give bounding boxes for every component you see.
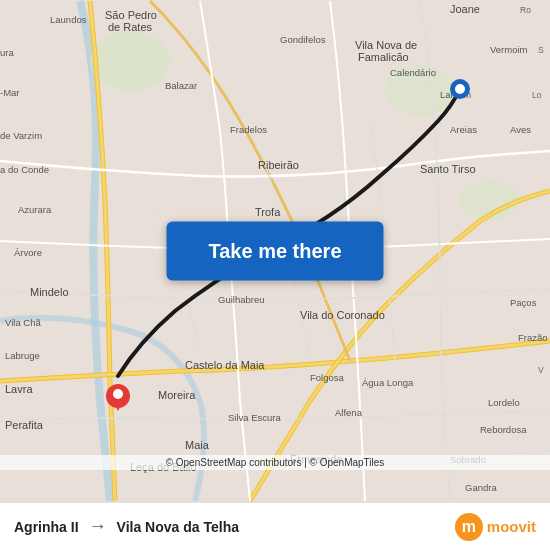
place-label: Rebordosa — [480, 424, 527, 435]
place-label: -Mar — [0, 87, 20, 98]
moovit-logo: m moovit — [455, 513, 536, 541]
place-label: a do Conde — [0, 164, 49, 175]
map-container: Laundos São Pedro de Rates Joane Ro ura … — [0, 0, 550, 502]
take-me-there-button[interactable]: Take me there — [166, 222, 383, 281]
svg-point-1 — [90, 31, 170, 91]
place-label: Vermoim — [490, 44, 528, 55]
place-label: Ribeirão — [258, 159, 299, 171]
place-label: Mindelo — [30, 286, 69, 298]
place-label: Azurara — [18, 204, 52, 215]
app-container: Laundos São Pedro de Rates Joane Ro ura … — [0, 0, 550, 550]
place-label: V — [538, 365, 544, 375]
place-label: Calendário — [390, 67, 436, 78]
place-label: Folgosa — [310, 372, 345, 383]
place-label: Joane — [450, 3, 480, 15]
place-label: Vila Nova de — [355, 39, 417, 51]
place-label: Perafita — [5, 419, 44, 431]
place-label: Árvore — [14, 247, 42, 258]
place-label: Alfena — [335, 407, 363, 418]
place-label: Vila do Coronado — [300, 309, 385, 321]
place-label: Trofa — [255, 206, 281, 218]
place-label: Moreira — [158, 389, 196, 401]
place-label: Laundos — [50, 14, 87, 25]
place-label: Castelo da Maia — [185, 359, 265, 371]
origin-label: Agrinha II — [14, 519, 79, 535]
place-label: Santo Tirso — [420, 163, 476, 175]
place-label: de Rates — [108, 21, 153, 33]
place-label: Guilhabreu — [218, 294, 264, 305]
place-label: Gandra — [465, 482, 497, 493]
place-label: São Pedro — [105, 9, 157, 21]
place-label: de Varzim — [0, 130, 42, 141]
origin-pin-inner — [113, 389, 123, 399]
place-label: S — [538, 45, 544, 55]
place-label: Balazar — [165, 80, 197, 91]
place-label: Famalicão — [358, 51, 409, 63]
moovit-m-icon: m — [455, 513, 483, 541]
map-attribution: © OpenStreetMap contributors | © OpenMap… — [0, 455, 550, 470]
place-label: Labruge — [5, 350, 40, 361]
place-label: Frazão — [518, 332, 548, 343]
place-label: Lo — [532, 90, 542, 100]
place-label: Água Longa — [362, 377, 414, 388]
place-label: Aves — [510, 124, 531, 135]
destination-label: Vila Nova da Telha — [117, 519, 239, 535]
place-label: ura — [0, 47, 14, 58]
arrow-icon: → — [89, 516, 107, 537]
place-label: Vila Chã — [5, 317, 41, 328]
place-label: Lavra — [5, 383, 33, 395]
moovit-brand-text: moovit — [487, 518, 536, 535]
destination-pin-inner — [455, 84, 465, 94]
place-label: Maia — [185, 439, 210, 451]
place-label: Gondifelos — [280, 34, 326, 45]
place-label: Lordelo — [488, 397, 520, 408]
place-label: Paços — [510, 297, 537, 308]
place-label: Silva Escura — [228, 412, 282, 423]
place-label: Ro — [520, 5, 531, 15]
place-label: Areias — [450, 124, 477, 135]
place-label: Fradelos — [230, 124, 267, 135]
footer: Agrinha II → Vila Nova da Telha m moovit — [0, 502, 550, 550]
